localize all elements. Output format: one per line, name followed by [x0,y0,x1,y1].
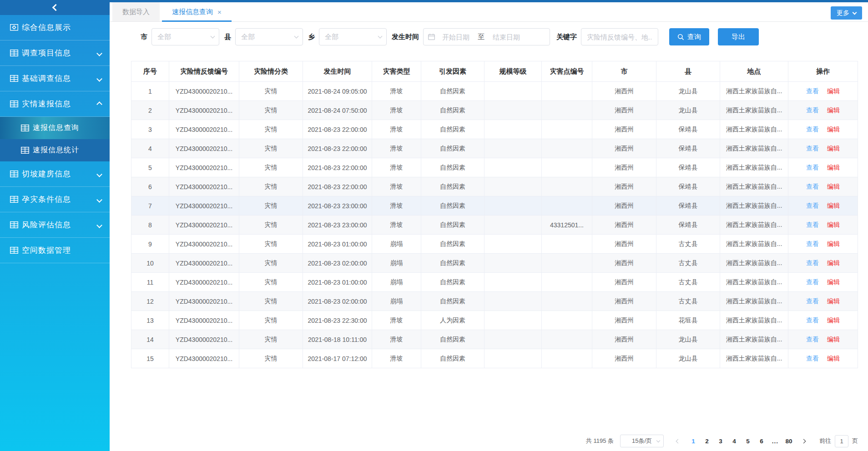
cell-city: 湘西州 [592,158,656,177]
view-link[interactable]: 查看 [806,125,819,133]
page-number-5[interactable]: 5 [741,438,755,445]
page-number-...[interactable]: ... [768,438,782,445]
cell-index: 11 [131,273,169,292]
cell-actions: 查看编辑 [788,311,858,330]
table-row: 5YZD43000020210...灾情2021-08-23 22:00:00滑… [131,158,858,177]
view-link[interactable]: 查看 [806,278,819,286]
town-filter-label: 乡 [308,33,315,41]
page-number-4[interactable]: 4 [727,438,741,445]
county-select[interactable]: 全部 [235,28,303,45]
end-date-input[interactable] [485,33,527,41]
tab-close-icon[interactable]: × [217,9,222,15]
edit-link[interactable]: 编辑 [827,259,840,266]
edit-link[interactable]: 编辑 [827,183,840,190]
cell-category: 灾情 [239,235,303,254]
sidebar-item-label: 空间数据管理 [22,245,101,256]
edit-link[interactable]: 编辑 [827,202,840,209]
tab-label: 速报信息查询 [172,8,213,16]
edit-link[interactable]: 编辑 [827,316,840,324]
date-range-picker[interactable]: 至 [423,28,550,45]
page-size-select[interactable]: 15条/页 [620,435,664,447]
view-link[interactable]: 查看 [806,183,819,190]
cell-index: 13 [131,311,169,330]
table-row: 13YZD43000020210...灾情2021-08-23 22:30:00… [131,311,858,330]
view-link[interactable]: 查看 [806,259,819,266]
cell-actions: 查看编辑 [788,273,858,292]
cell-index: 3 [131,120,169,139]
tab-data-import[interactable]: 数据导入 [112,2,160,21]
sidebar-item-2[interactable]: 基础调查信息 [0,66,110,91]
view-link[interactable]: 查看 [806,87,819,95]
main-content: 数据导入 速报信息查询 × 更多 市 全部 县 全部 乡 [110,0,868,451]
town-select[interactable]: 全部 [319,28,387,45]
view-link[interactable]: 查看 [806,202,819,209]
cell-time: 2021-08-23 22:00:00 [303,177,372,196]
chevron-down-icon [97,195,101,204]
sidebar-item-1[interactable]: 调查项目信息 [0,40,110,66]
sidebar-item-8[interactable]: 风险评估信息 [0,212,110,238]
cell-scale [484,235,542,254]
sidebar-item-4[interactable]: 速报信息查询 [0,117,110,139]
view-link[interactable]: 查看 [806,240,819,247]
edit-link[interactable]: 编辑 [827,355,840,362]
cell-point_code [542,158,592,177]
date-range-separator: 至 [477,33,485,41]
sidebar-item-9[interactable]: 空间数据管理 [0,238,110,263]
export-button-label: 导出 [732,33,745,41]
edit-link[interactable]: 编辑 [827,164,840,171]
more-button[interactable]: 更多 [831,6,862,20]
sidebar-item-6[interactable]: 切坡建房信息 [0,161,110,187]
page-number-3[interactable]: 3 [714,438,727,445]
page-number-6[interactable]: 6 [755,438,768,445]
view-link[interactable]: 查看 [806,316,819,324]
cell-city: 湘西州 [592,311,656,330]
edit-link[interactable]: 编辑 [827,221,840,228]
cell-city: 湘西州 [592,215,656,235]
chevron-down-icon [97,49,101,58]
view-link[interactable]: 查看 [806,336,819,343]
view-link[interactable]: 查看 [806,106,819,114]
sidebar-item-7[interactable]: 孕灾条件信息 [0,187,110,212]
cell-location: 湘西土家族苗族自... [720,101,788,120]
edit-link[interactable]: 编辑 [827,125,840,133]
tab-report-query[interactable]: 速报信息查询 × [162,2,232,21]
sidebar-item-3[interactable]: 灾情速报信息 [0,91,110,117]
view-link[interactable]: 查看 [806,145,819,152]
cell-type: 崩塌 [372,292,421,311]
edit-link[interactable]: 编辑 [827,106,840,114]
sidebar-collapse-button[interactable] [0,0,110,15]
edit-link[interactable]: 编辑 [827,336,840,343]
edit-link[interactable]: 编辑 [827,278,840,286]
cell-location: 湘西土家族苗族自... [720,292,788,311]
edit-link[interactable]: 编辑 [827,87,840,95]
view-link[interactable]: 查看 [806,164,819,171]
view-link[interactable]: 查看 [806,221,819,228]
prev-page-button[interactable] [672,440,684,443]
keyword-input[interactable] [581,28,658,45]
cell-scale [484,311,542,330]
view-link[interactable]: 查看 [806,297,819,305]
cell-county: 龙山县 [656,330,720,349]
cell-location: 湘西土家族苗族自... [720,196,788,215]
page-number-1[interactable]: 1 [686,438,700,445]
start-date-input[interactable] [435,33,477,41]
edit-link[interactable]: 编辑 [827,145,840,152]
export-button[interactable]: 导出 [718,28,759,45]
city-select-value: 全部 [157,33,211,41]
edit-link[interactable]: 编辑 [827,297,840,305]
cell-time: 2021-08-23 22:00:00 [303,158,372,177]
next-page-button[interactable] [797,440,809,443]
sidebar-item-0[interactable]: 综合信息展示 [0,15,110,40]
page-number-80[interactable]: 80 [782,438,796,445]
edit-link[interactable]: 编辑 [827,240,840,247]
table-row: 3YZD43000020210...灾情2021-08-23 22:00:00滑… [131,120,858,139]
query-button[interactable]: 查询 [669,28,709,45]
cell-type: 滑坡 [372,311,421,330]
sidebar-item-5[interactable]: 速报信息统计 [0,139,110,161]
cell-county: 保靖县 [656,139,720,158]
cell-code: YZD43000020210... [169,158,239,177]
page-number-2[interactable]: 2 [700,438,714,445]
view-link[interactable]: 查看 [806,355,819,362]
goto-page-input[interactable] [835,435,848,447]
city-select[interactable]: 全部 [151,28,219,45]
